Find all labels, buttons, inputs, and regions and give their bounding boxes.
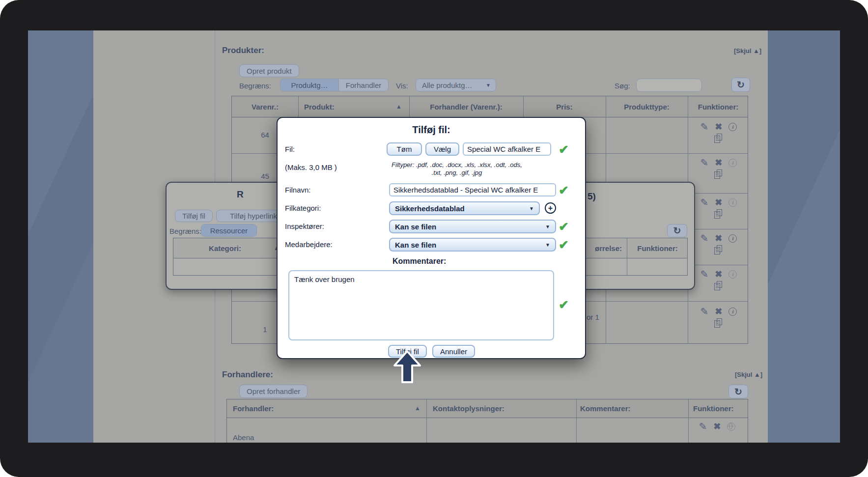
col-header-funktioner: Funktioner: — [693, 399, 746, 418]
inspektorer-label: Inspektører: — [285, 222, 324, 230]
info-icon[interactable]: i — [728, 123, 737, 131]
col-border — [426, 399, 427, 443]
delete-icon[interactable]: ✖ — [715, 198, 722, 207]
table-row-actions: ✎ ✖ i — [692, 269, 746, 291]
col-header-varenr[interactable]: Varenr.: — [232, 96, 298, 117]
max-size-label: (Maks. 3,0 MB ) — [285, 163, 337, 171]
table-row-actions: ✎ ✖ i — [692, 233, 746, 255]
copy-icon[interactable] — [714, 245, 723, 255]
choose-file-button[interactable]: Vælg — [425, 142, 459, 156]
edit-icon[interactable]: ✎ — [700, 307, 709, 316]
copy-icon[interactable] — [714, 209, 723, 220]
col-border — [576, 399, 577, 443]
filter-ressourcer-button[interactable]: Ressourcer — [201, 224, 256, 236]
copy-icon[interactable] — [714, 134, 723, 144]
clear-file-button[interactable]: Tøm — [387, 142, 422, 156]
add-file-button[interactable]: Tilføj fil — [175, 210, 213, 222]
produkttype-dropdown[interactable]: Alle produktg… ▼ — [416, 79, 496, 91]
medarbejdere-value: Kan se filen — [395, 241, 436, 249]
pointer-arrow — [392, 350, 422, 386]
create-forhandler-button[interactable]: Opret forhandler — [239, 385, 308, 398]
delete-icon[interactable]: ✖ — [715, 270, 722, 279]
forhandlere-refresh-button[interactable]: ↻ — [728, 385, 748, 398]
col-header-produkt[interactable]: Produkt: — [304, 96, 373, 117]
col-header-pris[interactable]: Pris: — [523, 96, 606, 117]
produkter-hide-link[interactable]: [Skjul ▲] — [734, 47, 761, 55]
produkter-show-label: Vis: — [396, 82, 408, 90]
globe-icon[interactable] — [727, 422, 735, 431]
col-header-storrelse-fragment[interactable]: ørrelse: — [595, 238, 626, 258]
sort-asc-icon[interactable]: ▲ — [413, 399, 422, 418]
delete-icon[interactable]: ✖ — [715, 122, 722, 131]
edit-icon[interactable]: ✎ — [699, 421, 707, 431]
col-header-funktioner: Funktioner: — [627, 238, 688, 258]
filter-produktgruppe-button[interactable]: Produktg… — [280, 79, 338, 91]
col-header-forhandler-varenr[interactable]: Forhandler (Varenr.): — [429, 96, 504, 117]
search-input[interactable] — [636, 79, 702, 92]
info-icon[interactable]: i — [728, 270, 737, 279]
copy-icon[interactable] — [714, 318, 723, 329]
info-icon[interactable]: i — [728, 159, 737, 167]
refresh-icon: ↻ — [737, 79, 745, 90]
info-icon[interactable]: i — [728, 308, 737, 316]
filetypes-hint: Filtyper: .pdf, .doc, .docx, .xls, .xlsx… — [351, 161, 562, 177]
edit-icon[interactable]: ✎ — [700, 122, 709, 132]
produkter-limit-label: Begræns: — [239, 82, 271, 90]
medarbejdere-select[interactable]: Kan se filen ▼ — [389, 238, 556, 252]
search-label: Søg: — [615, 82, 630, 90]
info-icon[interactable]: i — [728, 198, 737, 207]
left-background-band — [28, 30, 93, 443]
forhandlere-hide-link[interactable]: [Skjul ▲] — [735, 371, 762, 378]
check-icon: ✔ — [559, 299, 569, 311]
refresh-icon: ↻ — [673, 225, 681, 236]
filnavn-input[interactable] — [389, 183, 556, 196]
produkter-refresh-button[interactable]: ↻ — [731, 78, 750, 92]
col-header-forhandler[interactable]: Forhandler: — [233, 399, 307, 418]
col-header-kontaktoplysninger[interactable]: Kontaktoplysninger: — [433, 399, 531, 418]
col-header-kommentarer[interactable]: Kommentarer: — [580, 399, 659, 418]
sort-asc-icon[interactable]: ▲ — [394, 96, 404, 117]
col-header-kategori[interactable]: Kategori: — [203, 238, 247, 258]
inspektorer-value: Kan se filen — [395, 223, 436, 231]
table-row-actions: ✎ ✖ i — [692, 122, 746, 144]
file-value-input[interactable] — [463, 142, 551, 156]
edit-icon[interactable]: ✎ — [700, 197, 709, 207]
right-background-band — [768, 30, 840, 443]
kommentarer-textarea[interactable]: Tænk over brugen — [288, 270, 554, 340]
edit-icon[interactable]: ✎ — [700, 158, 709, 168]
copy-icon[interactable] — [714, 281, 723, 291]
delete-icon[interactable]: ✖ — [715, 234, 722, 243]
check-icon: ✔ — [559, 221, 569, 233]
delete-icon[interactable]: ✖ — [715, 158, 722, 167]
table-row-actions: ✎ ✖ — [690, 421, 744, 431]
plus-icon: + — [548, 204, 553, 213]
check-icon: ✔ — [559, 143, 569, 156]
add-file-modal: Tilføj fil: Fil: Tøm Vælg ✔ (Maks. 3,0 M… — [277, 117, 586, 359]
edit-icon[interactable]: ✎ — [700, 233, 709, 243]
delete-icon[interactable]: ✖ — [715, 307, 722, 316]
refresh-icon: ↻ — [734, 386, 742, 397]
copy-icon[interactable] — [714, 169, 723, 180]
table-row-actions: ✎ ✖ i — [692, 158, 746, 180]
cancel-button[interactable]: Annuller — [432, 345, 475, 358]
filkategori-select[interactable]: Sikkerhedsdatablad ▼ — [389, 201, 540, 215]
table-cell-forhandler-fragment: or 1 — [587, 313, 616, 321]
create-product-button[interactable]: Opret produkt — [239, 64, 299, 77]
filkategori-label: Filkategori: — [285, 204, 321, 212]
col-header-produkttype[interactable]: Produkttype: — [606, 96, 688, 117]
kommentarer-label: Kommentarer: — [392, 257, 446, 266]
table-row-actions: ✎ ✖ i — [692, 197, 746, 220]
ressourcer-refresh-button[interactable]: ↻ — [667, 224, 687, 237]
forhandlere-heading: Forhandlere: — [222, 370, 273, 380]
table-cell-forhandler: Abena — [233, 433, 292, 442]
filter-forhandler-button[interactable]: Forhandler — [338, 79, 388, 91]
delete-icon[interactable]: ✖ — [713, 422, 721, 431]
medarbejdere-label: Medarbejdere: — [285, 240, 333, 249]
edit-icon[interactable]: ✎ — [700, 269, 709, 279]
filkategori-value: Sikkerhedsdatablad — [395, 204, 465, 213]
col-border — [688, 399, 689, 443]
inspektorer-select[interactable]: Kan se filen ▼ — [389, 220, 556, 233]
ressourcer-title-count-fragment: 5) — [588, 191, 596, 202]
add-category-button[interactable]: + — [545, 202, 556, 214]
info-icon[interactable]: i — [728, 234, 737, 243]
